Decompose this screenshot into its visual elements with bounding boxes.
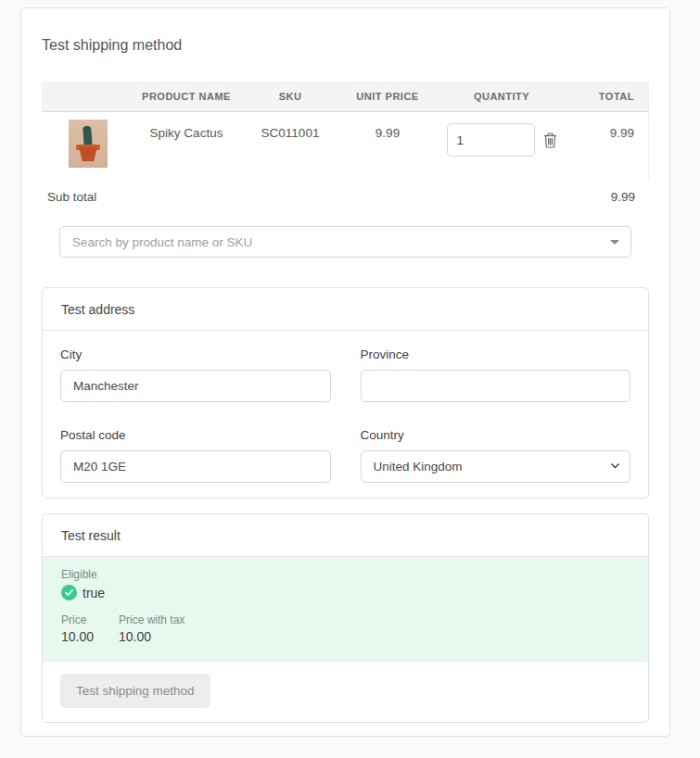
column-header-total: TOTAL [570, 82, 649, 112]
quantity-input[interactable] [447, 123, 535, 157]
province-field: Province [361, 347, 631, 402]
pot-image-part [78, 147, 98, 161]
city-field: City [60, 347, 331, 402]
price-value: 10.00 [61, 629, 119, 644]
eligible-value-row: true [61, 585, 630, 600]
trash-icon [543, 133, 557, 148]
test-result-panel: Eligible true Price 10.00 Price with tax… [43, 557, 648, 662]
result-actions: Test shipping method [43, 662, 648, 722]
city-input[interactable] [60, 370, 331, 402]
page-title: Test shipping method [42, 36, 649, 54]
table-row: Spiky Cactus SC011001 9.99 [42, 112, 649, 180]
eligible-value: true [83, 586, 105, 600]
country-select[interactable]: United Kingdom [361, 450, 631, 483]
province-input[interactable] [361, 370, 631, 402]
province-label: Province [361, 347, 631, 361]
product-search-input[interactable] [59, 226, 631, 258]
subtotal-value: 9.99 [611, 190, 635, 204]
column-header-product-name: PRODUCT NAME [134, 82, 238, 112]
subtotal-label: Sub total [47, 190, 96, 204]
product-thumbnail [69, 120, 108, 168]
product-search-combobox [59, 226, 631, 258]
postal-code-field: Postal code [60, 428, 331, 483]
price-with-tax-value: 10.00 [119, 629, 185, 644]
city-label: City [60, 347, 331, 361]
products-table: PRODUCT NAME SKU UNIT PRICE QUANTITY TOT… [42, 82, 649, 179]
country-field: Country United Kingdom [361, 428, 631, 483]
test-shipping-method-card: Test shipping method PRODUCT NAME SKU UN… [20, 7, 670, 737]
check-circle-icon [61, 585, 77, 600]
column-header-unit-price: UNIT PRICE [342, 82, 433, 112]
table-header-row: PRODUCT NAME SKU UNIT PRICE QUANTITY TOT… [42, 82, 649, 112]
price-label: Price [61, 613, 119, 627]
test-result-title: Test result [43, 514, 648, 557]
price-row: Price 10.00 Price with tax 10.00 [61, 613, 630, 644]
unit-price-cell: 9.99 [342, 112, 433, 180]
column-header-image [42, 82, 134, 112]
test-result-section: Test result Eligible true Price 10.00 Pr… [42, 513, 649, 723]
country-label: Country [361, 428, 631, 442]
column-header-quantity: QUANTITY [433, 82, 570, 112]
price-block: Price 10.00 [61, 613, 119, 644]
dropdown-caret-icon[interactable] [610, 240, 619, 245]
product-name-cell: Spiky Cactus [134, 112, 238, 180]
price-with-tax-label: Price with tax [119, 613, 185, 627]
postal-code-input[interactable] [60, 450, 331, 483]
column-header-sku: SKU [238, 82, 342, 112]
postal-code-label: Postal code [60, 428, 331, 442]
price-with-tax-block: Price with tax 10.00 [119, 613, 185, 644]
total-cell: 9.99 [570, 112, 649, 180]
test-address-section: Test address City Province Postal code C… [42, 287, 649, 499]
eligible-label: Eligible [61, 568, 630, 582]
delete-line-item-button[interactable] [543, 133, 557, 148]
test-shipping-method-button[interactable]: Test shipping method [60, 674, 210, 708]
subtotal-row: Sub total 9.99 [42, 190, 649, 204]
quantity-cell [433, 112, 570, 180]
product-image-cell [42, 112, 134, 180]
test-address-form: City Province Postal code Country United… [43, 331, 648, 498]
test-address-title: Test address [43, 288, 648, 331]
sku-cell: SC011001 [238, 112, 342, 180]
